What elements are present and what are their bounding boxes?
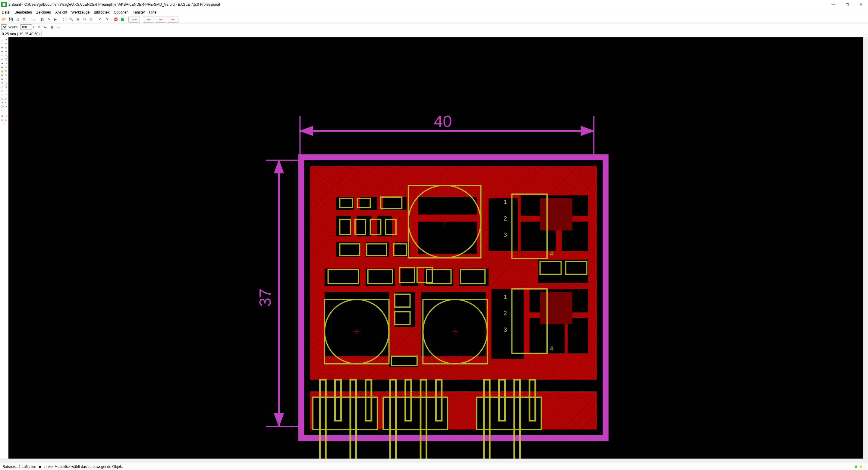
vertical-scrollbar[interactable] <box>863 37 868 459</box>
tool-ratsnest[interactable]: ✱ <box>0 114 4 118</box>
angle-input[interactable] <box>21 24 32 30</box>
tool-mirror[interactable]: ⇄ <box>0 50 4 54</box>
status-dot-green <box>855 466 857 468</box>
svg-rect-17 <box>540 198 572 230</box>
tool-move[interactable]: ✥ <box>0 46 4 50</box>
window-title: 2 Board - C:\Users\js\Documents\eagle\AK… <box>8 2 827 7</box>
tool-show[interactable]: 👁 <box>4 38 8 42</box>
zoom-select-icon[interactable]: ☒ <box>88 17 94 23</box>
script-icon[interactable]: ✎ <box>46 17 52 23</box>
tool-paste[interactable]: 📋 <box>4 58 8 61</box>
open-icon[interactable]: 📂 <box>1 17 7 23</box>
close-button[interactable]: ✕ <box>854 0 868 9</box>
manufacturer1-button[interactable]: ▬ <box>143 17 154 23</box>
menu-datei[interactable]: Datei <box>1 10 11 15</box>
grid-dropdown[interactable]: ▾ <box>1 24 7 30</box>
tool-hole[interactable]: ◯ <box>0 104 4 108</box>
tool-add[interactable]: ＋ <box>4 61 8 65</box>
tool-rect[interactable]: ▬ <box>0 97 4 101</box>
menu-fenster[interactable]: Fenster <box>132 10 146 15</box>
menu-optionen[interactable]: Optionen <box>113 10 129 15</box>
tool-value[interactable]: V <box>4 73 8 77</box>
stop-icon[interactable]: ⛔ <box>113 17 119 23</box>
undo-icon[interactable]: ↶ <box>97 17 103 23</box>
tool-dimension[interactable]: ↔ <box>0 108 4 113</box>
run-icon[interactable]: ▶ <box>53 17 59 23</box>
tool-cut[interactable]: ✂ <box>0 58 4 61</box>
redo-icon[interactable]: ↷ <box>104 17 110 23</box>
tool-miter[interactable]: ◣ <box>0 77 4 81</box>
tool-signal[interactable]: ∿ <box>4 101 8 104</box>
status-ratsnest: Ratsnest: 1 Luftlinien <box>2 465 36 469</box>
menubar: Datei Bearbeiten Zeichnen Ansicht Werkze… <box>0 9 868 15</box>
tool-mark[interactable]: ✛ <box>4 42 8 46</box>
parameter-bar: ▾ Winkel: ▾ ⟲ ⇋ ▦ ☰ <box>0 24 868 31</box>
zoom-in-icon[interactable]: 🔍 <box>68 17 74 23</box>
tool-group[interactable]: ▭ <box>0 54 4 58</box>
maximize-button[interactable]: ▢ <box>840 0 854 9</box>
cam-icon[interactable]: ⚙ <box>21 17 27 23</box>
tool-smash[interactable]: ⊡ <box>4 69 8 73</box>
library-icon[interactable]: ◧ <box>39 17 45 23</box>
minimize-button[interactable]: — <box>827 0 840 9</box>
mirror-icon[interactable]: ⟲ <box>36 24 41 30</box>
tool-attribute[interactable]: A <box>4 104 8 108</box>
tool-ripup[interactable]: ╳ <box>4 85 8 89</box>
command-input[interactable] <box>41 32 864 36</box>
tool-lock[interactable]: 🔒 <box>0 69 4 73</box>
tool-via[interactable]: ● <box>0 101 4 104</box>
flip-icon[interactable]: ⇋ <box>42 24 48 30</box>
svg-text:4: 4 <box>550 250 553 257</box>
tool-meander[interactable]: ∿ <box>4 81 8 85</box>
tool-change[interactable]: 🔧 <box>4 54 8 58</box>
tool-copy[interactable]: ⧉ <box>4 46 8 50</box>
manufacturer3-button[interactable]: ▬ <box>167 17 179 23</box>
tool-name[interactable]: N <box>0 73 4 77</box>
svg-text:3: 3 <box>504 326 507 333</box>
tool-auto[interactable]: ⚡ <box>4 114 8 118</box>
menu-bearbeiten[interactable]: Bearbeiten <box>14 10 33 15</box>
status-exclaim: ! <box>864 465 866 469</box>
svg-text:3: 3 <box>504 231 507 238</box>
left-toolbox: i👁 ≡✛ ✥⧉ ⇄⟳ ▭🔧 ✂📋 ✖＋ ⇆⟲ 🔒⊡ NV ◣⑂ ≋∿ ╱╳ ／… <box>0 37 8 459</box>
tool-polygon[interactable]: ⬠ <box>4 97 8 101</box>
zoom-out-icon[interactable]: ⊖ <box>75 17 81 23</box>
horizontal-scrollbar[interactable] <box>0 459 868 463</box>
save-icon[interactable]: 💾 <box>8 17 14 23</box>
menu-bibliothek[interactable]: Bibliothek <box>93 10 110 15</box>
tool-split[interactable]: ⑂ <box>4 77 8 81</box>
tool-info[interactable]: i <box>0 38 4 42</box>
board-canvas[interactable]: 40 37 <box>8 37 863 459</box>
go-icon[interactable]: ⬤ <box>119 17 125 23</box>
tool-layers[interactable]: ≡ <box>0 42 4 46</box>
tool-erc[interactable]: ☑ <box>0 118 4 122</box>
tool-drc[interactable]: ☑ <box>4 118 8 122</box>
menu-werkzeuge[interactable]: Werkzeuge <box>71 10 90 15</box>
tool-pinswap[interactable]: ⇆ <box>0 65 4 69</box>
tool-text[interactable]: T <box>4 89 8 93</box>
align-icon[interactable]: ▦ <box>49 24 55 30</box>
menu-ansicht[interactable]: Ansicht <box>55 10 67 15</box>
schematic-icon[interactable]: ▭ <box>30 17 36 23</box>
tool-route[interactable]: ╱ <box>0 85 4 89</box>
tool-rotate[interactable]: ⟳ <box>4 50 8 54</box>
redraw-icon[interactable]: ↻ <box>82 17 87 23</box>
titlebar: ▦ 2 Board - C:\Users\js\Documents\eagle\… <box>0 0 868 9</box>
lock-icon[interactable]: ☰ <box>56 24 61 30</box>
menu-hilfe[interactable]: Hilfe <box>149 10 157 15</box>
pcb-services-button[interactable]: PCB <box>128 17 140 23</box>
tool-arc[interactable]: ◝ <box>4 93 8 97</box>
menu-zeichnen[interactable]: Zeichnen <box>36 10 52 15</box>
tool-wire[interactable]: ／ <box>0 89 4 93</box>
coord-bar: 0.25 mm (-19.25 40.50) ▾ <box>0 31 868 37</box>
manufacturer2-button[interactable]: ▬ <box>155 17 166 23</box>
tool-replace[interactable]: ⟲ <box>4 65 8 69</box>
print-icon[interactable]: 🖨 <box>14 17 21 23</box>
svg-text:40: 40 <box>434 112 452 130</box>
tool-delete[interactable]: ✖ <box>0 61 4 65</box>
tool-errors[interactable]: ⚠ <box>0 122 8 126</box>
zoom-fit-icon[interactable]: ⛶ <box>61 17 67 23</box>
tool-circle[interactable]: ○ <box>0 93 4 97</box>
cmd-dropdown-icon[interactable]: ▾ <box>864 33 868 36</box>
tool-optimize[interactable]: ≋ <box>0 81 4 85</box>
